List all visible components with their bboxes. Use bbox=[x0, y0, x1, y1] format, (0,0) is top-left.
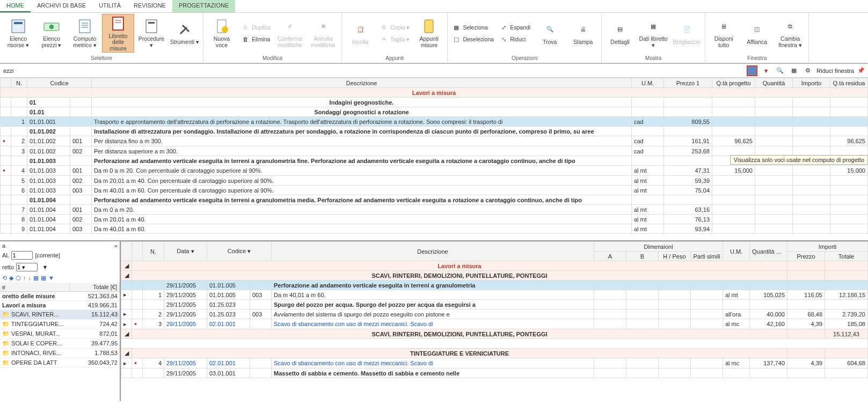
col-qres[interactable]: Q.tà residua bbox=[830, 78, 868, 88]
libretto-misure-button[interactable]: Libretto delle misure bbox=[102, 14, 134, 53]
table-row[interactable]: ◢Lavori a misura bbox=[121, 261, 868, 271]
tab-archivi[interactable]: ARCHIVI DI BASE bbox=[31, 0, 92, 12]
tree[interactable]: eTotale [€] oretto delle misure521.363,8… bbox=[0, 283, 120, 401]
taglia-button[interactable]: ✂Taglia ▾ bbox=[377, 33, 412, 45]
trova-button[interactable]: 🔍Trova bbox=[534, 14, 566, 53]
riduci-finestra-button[interactable]: Riduci finestra bbox=[816, 68, 854, 74]
dettagli-button[interactable]: ▤Dettagli bbox=[604, 14, 636, 53]
bcol-data[interactable]: Data ▾ bbox=[164, 242, 207, 261]
table-row[interactable]: 01.01Sondaggi geognostici a rotazione bbox=[1, 107, 868, 117]
filter-used-button[interactable] bbox=[747, 65, 757, 76]
col-prezzo1[interactable]: Prezzo 1 bbox=[664, 78, 712, 88]
col-n[interactable]: N. bbox=[11, 78, 27, 88]
tree-row[interactable]: 📁 VESPAI, MURAT...872,01 bbox=[0, 329, 120, 339]
stampa-button[interactable]: 🖨Stampa bbox=[567, 14, 599, 53]
table-row[interactable]: ◢SCAVI, RINTERRI, DEMOLIZIONI, PUNTELLAT… bbox=[121, 329, 868, 339]
search-icon-button[interactable]: 🔍 bbox=[775, 65, 785, 76]
tree-row[interactable]: oretto delle misure521.363,84 bbox=[0, 292, 120, 301]
nuova-voce-button[interactable]: Nuova voce bbox=[206, 14, 238, 53]
config-icon-button[interactable]: ▦ bbox=[789, 65, 799, 76]
table-row[interactable]: 601.01.003003Da m 40,01 a m 60. Con perc… bbox=[1, 186, 868, 195]
elenco-prezzi-button[interactable]: Elenco prezzi ▾ bbox=[35, 14, 68, 53]
espandi-button[interactable]: ⤢Espandi bbox=[497, 21, 533, 33]
seleziona-button[interactable]: ▦Seleziona bbox=[450, 21, 496, 33]
tool-2[interactable]: ◆ bbox=[9, 275, 13, 282]
disponi-tutto-button[interactable]: ⊞Disponi tutto bbox=[707, 14, 740, 53]
table-row[interactable]: Lavori a misura bbox=[1, 88, 868, 98]
retto-input[interactable] bbox=[16, 263, 38, 271]
tree-row[interactable]: Lavori a misura419.966,31 bbox=[0, 301, 120, 310]
table-row[interactable]: ▸229/11/200501.25.023003Avviamento del s… bbox=[121, 309, 868, 319]
riduci-button[interactable]: ⤡Riduci bbox=[497, 33, 533, 45]
bcol-desc[interactable]: Descrizione bbox=[272, 242, 594, 261]
brogliaccio-button[interactable]: 📄Brogliaccio bbox=[670, 14, 703, 53]
settings-icon-button[interactable]: ⚙ bbox=[803, 65, 813, 76]
col-qprog[interactable]: Q.tà progetto bbox=[712, 78, 755, 88]
tab-utilita[interactable]: UTILITÀ bbox=[92, 0, 127, 12]
appunti-misure-button[interactable]: Appunti misure bbox=[413, 14, 445, 53]
side-collapse-button[interactable]: « bbox=[114, 242, 118, 249]
al-input[interactable] bbox=[11, 251, 33, 260]
incolla-button[interactable]: 📋Incolla bbox=[344, 14, 376, 53]
tree-row[interactable]: 📁 OPERE DA LATT350.043,72 bbox=[0, 358, 120, 368]
tree-row[interactable]: 📁 SOLAI E COPER...39.477,95 bbox=[0, 339, 120, 349]
tool-down[interactable]: ↓ bbox=[28, 275, 32, 282]
table-row[interactable]: ▸•429/11/200502.01.001Scavo di sbancamen… bbox=[121, 358, 868, 368]
filter-icon-button[interactable]: ▼ bbox=[761, 65, 771, 76]
tool-3[interactable]: ⬡ bbox=[16, 275, 21, 282]
table-row[interactable]: 01.01.002Installazione di attrezzatura p… bbox=[1, 127, 868, 136]
table-row[interactable]: ◢SCAVI, RINTERRI, DEMOLIZIONI, PUNTELLAT… bbox=[121, 271, 868, 281]
table-row[interactable]: 01.01.004Perforazione ad andamento verti… bbox=[1, 195, 868, 205]
copia-button[interactable]: ⎘Copia ▾ bbox=[377, 21, 412, 33]
procedure-button[interactable]: Procedure ▾ bbox=[135, 14, 167, 53]
bcol-um[interactable]: U.M. bbox=[723, 242, 750, 261]
tab-progettazione[interactable]: PROGETTAZIONE bbox=[172, 0, 235, 12]
affianca-button[interactable]: ◫Affianca bbox=[741, 14, 773, 53]
tool-5[interactable]: ▦ bbox=[41, 275, 46, 282]
tool-up[interactable]: ↑ bbox=[23, 275, 26, 282]
tool-1[interactable]: ⟲ bbox=[2, 275, 7, 282]
table-row[interactable]: •401.01.003001Da m 0 a m 20. Con percent… bbox=[1, 166, 868, 176]
table-row[interactable]: 29/11/200501.25.023Spurgo del pozzo per … bbox=[121, 300, 868, 309]
strumenti-button[interactable]: Strumenti ▾ bbox=[169, 14, 201, 53]
table-row[interactable] bbox=[121, 339, 868, 349]
col-descrizione[interactable]: Descrizione bbox=[92, 78, 632, 88]
deseleziona-button[interactable]: ▢Deseleziona bbox=[450, 33, 496, 45]
col-um[interactable]: U.M. bbox=[632, 78, 664, 88]
col-quantita[interactable]: Quantità bbox=[755, 78, 793, 88]
elimina-button[interactable]: 🗑Elimina bbox=[239, 33, 273, 45]
tab-home[interactable]: HOME bbox=[0, 0, 31, 12]
filter-icon[interactable]: ▼ bbox=[40, 262, 50, 272]
computo-metrico-button[interactable]: Computo metrico ▾ bbox=[69, 14, 101, 53]
annulla-button[interactable]: ✖Annulla modifiche bbox=[307, 14, 339, 53]
bcol-qcalc[interactable]: Quantità calcolata bbox=[750, 242, 787, 261]
table-row[interactable]: 801.01.004002Da m 20,01 a m 40.al mt76,1… bbox=[1, 215, 868, 224]
elenco-risorse-button[interactable]: Elenco risorse ▾ bbox=[2, 14, 34, 53]
dati-libretto-button[interactable]: ▦Dati libretto ▾ bbox=[637, 14, 669, 53]
duplica-button[interactable]: ⎘Duplica bbox=[239, 21, 273, 33]
pin-icon[interactable]: 📌 bbox=[857, 67, 865, 74]
table-row[interactable]: 101.01.001Trasporto e approntamento dell… bbox=[1, 117, 868, 127]
table-row[interactable]: 501.01.003002Da m 20,01 a m 40. Con perc… bbox=[1, 176, 868, 186]
table-row[interactable]: ◢TINTEGGIATURE E VERNICIATURE bbox=[121, 349, 868, 358]
tree-row[interactable]: 📁 TINTEGGIATURE...724,42 bbox=[0, 320, 120, 329]
table-row[interactable]: 901.01.004003Da m 40,01 a m 60.al mt93,9… bbox=[1, 224, 868, 234]
bottom-grid[interactable]: N. Data ▾ Codice ▾ Descrizione Dimension… bbox=[121, 241, 868, 401]
table-row[interactable]: ▸•329/11/200502.01.001Scavo di sbancamen… bbox=[121, 319, 868, 329]
col-importo[interactable]: Importo bbox=[793, 78, 830, 88]
conferma-button[interactable]: ✔Conferma modifiche bbox=[274, 14, 306, 53]
tool-4[interactable]: ▦ bbox=[33, 275, 39, 282]
bcol-n[interactable]: N. bbox=[143, 242, 164, 261]
cambia-finestra-button[interactable]: ⧉Cambia finestra ▾ bbox=[774, 14, 806, 53]
bcol-codice[interactable]: Codice ▾ bbox=[207, 242, 272, 261]
table-row[interactable]: 01Indagini geognostiche. bbox=[1, 98, 868, 107]
bcol-dim[interactable]: Dimensioni bbox=[594, 242, 723, 252]
table-row[interactable]: 701.01.004001Da m 0 a m 20.al mt63,16 bbox=[1, 205, 868, 215]
col-codice[interactable]: Codice bbox=[27, 78, 92, 88]
tree-row[interactable]: 📁 SCAVI, RINTER...15.112,43 bbox=[0, 310, 120, 320]
tab-revisione[interactable]: REVISIONE bbox=[127, 0, 172, 12]
table-row[interactable]: 29/11/200503.01.001Massetto di sabbia e … bbox=[121, 368, 868, 378]
table-row[interactable]: ▸129/11/200501.01.005003Da m 40,01 a m 6… bbox=[121, 290, 868, 300]
table-row[interactable]: 29/11/200501.01.005Perforazione ad andam… bbox=[121, 281, 868, 290]
table-row[interactable]: •201.01.002001Per distanza fino a m 300.… bbox=[1, 136, 868, 146]
